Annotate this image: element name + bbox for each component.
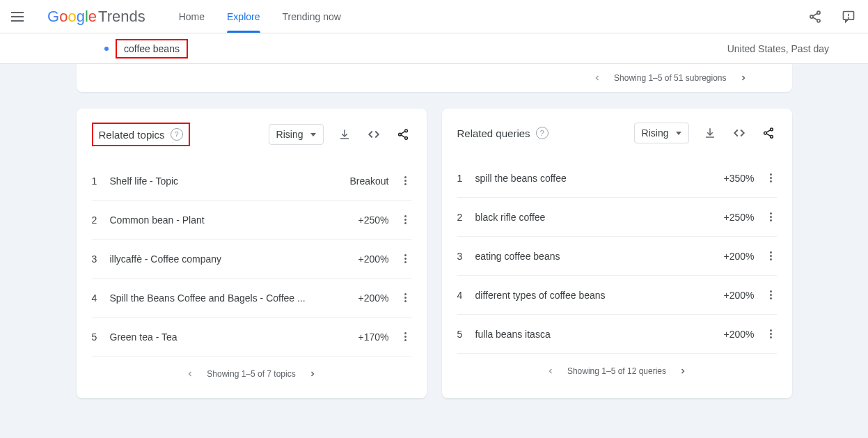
more-icon[interactable] <box>766 290 777 299</box>
chevron-right-icon[interactable] <box>308 370 317 378</box>
svg-point-11 <box>404 136 407 139</box>
topic-label[interactable]: illycaffè - Coffee company <box>110 253 347 265</box>
more-icon[interactable] <box>766 251 777 260</box>
topic-label[interactable]: Spill the Beans Coffee and Bagels - Coff… <box>110 292 347 304</box>
list-item[interactable]: 5 fulla beans itasca +200% <box>457 315 777 354</box>
rank: 4 <box>92 292 99 304</box>
rank: 2 <box>457 212 464 223</box>
svg-line-18 <box>766 130 771 132</box>
related-topics-card: Related topics ? Rising 1 <box>77 109 427 398</box>
metric: +200% <box>358 292 389 304</box>
svg-point-15 <box>770 128 773 131</box>
query-label[interactable]: spill the beans coffee <box>475 173 713 184</box>
embed-icon[interactable] <box>365 126 382 143</box>
card-title: Related topics <box>99 129 165 141</box>
share-icon[interactable] <box>807 8 823 25</box>
card-header: Related queries ? Rising <box>457 123 777 143</box>
query-label[interactable]: black rifle coffee <box>475 212 713 223</box>
list-item[interactable]: 5 Green tea - Tea +170% <box>92 318 411 357</box>
query-label[interactable]: fulla beans itasca <box>475 329 713 340</box>
chevron-left-icon[interactable] <box>593 74 601 82</box>
svg-point-17 <box>770 135 773 138</box>
search-term-text: coffee beans <box>116 39 188 58</box>
more-icon[interactable] <box>400 254 411 263</box>
svg-point-2 <box>817 19 820 22</box>
more-icon[interactable] <box>400 176 411 185</box>
list-item[interactable]: 3 illycaffè - Coffee company +200% <box>92 240 411 279</box>
card-actions: Rising <box>634 123 777 143</box>
card-header: Related topics ? Rising <box>92 123 411 146</box>
content-grid: Related topics ? Rising 1 <box>0 92 868 426</box>
more-icon[interactable] <box>766 329 777 338</box>
header-actions <box>807 8 857 25</box>
metric: +200% <box>724 290 755 301</box>
search-term-bar: coffee beans United States, Past day <box>0 33 868 64</box>
related-queries-card: Related queries ? Rising 1 <box>442 109 792 398</box>
chevron-left-icon[interactable] <box>186 370 194 378</box>
metric: +350% <box>724 173 755 184</box>
rank: 2 <box>92 214 99 226</box>
help-icon[interactable]: ? <box>171 128 183 141</box>
more-icon[interactable] <box>400 215 411 224</box>
trends-logo-text: Trends <box>98 8 145 26</box>
term-color-dot <box>104 47 109 51</box>
svg-line-12 <box>401 132 405 134</box>
share-icon[interactable] <box>395 126 411 143</box>
list-item[interactable]: 1 spill the beans coffee +350% <box>457 159 777 198</box>
svg-line-19 <box>766 134 771 136</box>
help-icon[interactable]: ? <box>536 127 549 139</box>
list-item[interactable]: 3 eating coffee beans +200% <box>457 237 777 276</box>
topic-label[interactable]: Green tea - Tea <box>110 331 347 343</box>
chevron-left-icon[interactable] <box>546 367 555 375</box>
svg-point-0 <box>817 11 820 14</box>
download-icon[interactable] <box>336 126 353 143</box>
metric: +250% <box>724 212 755 223</box>
chevron-right-icon[interactable] <box>679 367 687 375</box>
list-item[interactable]: 1 Shelf life - Topic Breakout <box>92 162 411 201</box>
more-icon[interactable] <box>400 332 411 341</box>
feedback-icon[interactable] <box>840 8 857 25</box>
chevron-right-icon[interactable] <box>739 74 748 82</box>
sort-dropdown[interactable]: Rising <box>634 123 689 143</box>
top-nav: Home Explore Trending now <box>179 0 341 33</box>
card-title-highlight: Related topics ? <box>92 123 190 146</box>
card-pagination: Showing 1–5 of 7 topics <box>92 357 411 391</box>
more-icon[interactable] <box>766 173 777 182</box>
topic-label[interactable]: Common bean - Plant <box>110 214 347 226</box>
embed-icon[interactable] <box>731 125 748 141</box>
download-icon[interactable] <box>702 125 718 141</box>
svg-line-4 <box>813 17 817 20</box>
svg-point-16 <box>764 132 766 134</box>
more-icon[interactable] <box>766 212 777 221</box>
list-item[interactable]: 4 different types of coffee beans +200% <box>457 276 777 315</box>
more-icon[interactable] <box>400 293 411 302</box>
query-label[interactable]: eating coffee beans <box>475 251 713 262</box>
nav-explore[interactable]: Explore <box>227 0 260 33</box>
query-label[interactable]: different types of coffee beans <box>475 290 713 301</box>
list-item[interactable]: 4 Spill the Beans Coffee and Bagels - Co… <box>92 279 411 318</box>
dropdown-label: Rising <box>642 127 669 139</box>
sort-dropdown[interactable]: Rising <box>269 124 324 145</box>
search-term-chip[interactable]: coffee beans <box>104 39 188 58</box>
locale-range-text[interactable]: United States, Past day <box>727 43 829 54</box>
rank: 3 <box>457 251 464 262</box>
chevron-down-icon <box>310 133 316 136</box>
chevron-down-icon <box>676 132 681 135</box>
list-item[interactable]: 2 black rifle coffee +250% <box>457 198 777 237</box>
share-icon[interactable] <box>760 125 777 141</box>
rank: 3 <box>92 253 99 265</box>
card-actions: Rising <box>269 124 411 145</box>
nav-trending-now[interactable]: Trending now <box>283 0 341 33</box>
metric: +200% <box>358 253 389 265</box>
subregion-pagination: Showing 1–5 of 51 subregions <box>77 64 792 92</box>
list-item[interactable]: 2 Common bean - Plant +250% <box>92 201 411 240</box>
hamburger-icon[interactable] <box>11 8 28 25</box>
svg-point-1 <box>810 15 813 17</box>
nav-home[interactable]: Home <box>179 0 205 33</box>
topic-label[interactable]: Shelf life - Topic <box>110 175 339 187</box>
logo[interactable]: Google Trends <box>47 8 145 26</box>
google-logo-text: Google <box>47 8 97 26</box>
subregion-showing-text: Showing 1–5 of 51 subregions <box>614 73 726 83</box>
rank: 5 <box>92 331 99 343</box>
pagination-text: Showing 1–5 of 7 topics <box>207 369 295 379</box>
